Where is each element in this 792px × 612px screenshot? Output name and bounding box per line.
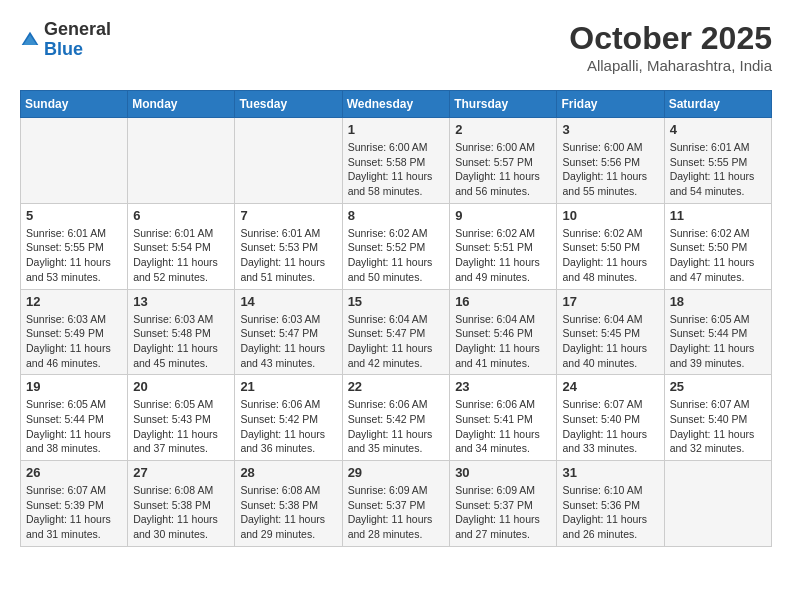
cell-info: Sunrise: 6:00 AM Sunset: 5:58 PM Dayligh… — [348, 140, 445, 199]
cell-info: Sunrise: 6:09 AM Sunset: 5:37 PM Dayligh… — [348, 483, 445, 542]
calendar-table: SundayMondayTuesdayWednesdayThursdayFrid… — [20, 90, 772, 547]
calendar-cell: 16Sunrise: 6:04 AM Sunset: 5:46 PM Dayli… — [450, 289, 557, 375]
calendar-cell: 14Sunrise: 6:03 AM Sunset: 5:47 PM Dayli… — [235, 289, 342, 375]
day-number: 14 — [240, 294, 336, 309]
cell-info: Sunrise: 6:03 AM Sunset: 5:47 PM Dayligh… — [240, 312, 336, 371]
calendar-cell: 6Sunrise: 6:01 AM Sunset: 5:54 PM Daylig… — [128, 203, 235, 289]
calendar-cell: 4Sunrise: 6:01 AM Sunset: 5:55 PM Daylig… — [664, 118, 771, 204]
day-number: 6 — [133, 208, 229, 223]
weekday-header: Tuesday — [235, 91, 342, 118]
day-number: 4 — [670, 122, 766, 137]
day-number: 18 — [670, 294, 766, 309]
page-header: General Blue October 2025 Allapalli, Mah… — [20, 20, 772, 74]
calendar-cell: 5Sunrise: 6:01 AM Sunset: 5:55 PM Daylig… — [21, 203, 128, 289]
day-number: 12 — [26, 294, 122, 309]
cell-info: Sunrise: 6:02 AM Sunset: 5:51 PM Dayligh… — [455, 226, 551, 285]
day-number: 23 — [455, 379, 551, 394]
calendar-week-row: 5Sunrise: 6:01 AM Sunset: 5:55 PM Daylig… — [21, 203, 772, 289]
cell-info: Sunrise: 6:03 AM Sunset: 5:49 PM Dayligh… — [26, 312, 122, 371]
calendar-cell: 31Sunrise: 6:10 AM Sunset: 5:36 PM Dayli… — [557, 461, 664, 547]
cell-info: Sunrise: 6:01 AM Sunset: 5:55 PM Dayligh… — [26, 226, 122, 285]
day-number: 30 — [455, 465, 551, 480]
day-number: 1 — [348, 122, 445, 137]
logo-icon — [20, 30, 40, 50]
calendar-week-row: 26Sunrise: 6:07 AM Sunset: 5:39 PM Dayli… — [21, 461, 772, 547]
cell-info: Sunrise: 6:07 AM Sunset: 5:40 PM Dayligh… — [562, 397, 658, 456]
weekday-header-row: SundayMondayTuesdayWednesdayThursdayFrid… — [21, 91, 772, 118]
calendar-cell: 30Sunrise: 6:09 AM Sunset: 5:37 PM Dayli… — [450, 461, 557, 547]
logo: General Blue — [20, 20, 111, 60]
calendar-cell: 26Sunrise: 6:07 AM Sunset: 5:39 PM Dayli… — [21, 461, 128, 547]
calendar-cell: 7Sunrise: 6:01 AM Sunset: 5:53 PM Daylig… — [235, 203, 342, 289]
cell-info: Sunrise: 6:04 AM Sunset: 5:45 PM Dayligh… — [562, 312, 658, 371]
cell-info: Sunrise: 6:08 AM Sunset: 5:38 PM Dayligh… — [133, 483, 229, 542]
calendar-cell: 28Sunrise: 6:08 AM Sunset: 5:38 PM Dayli… — [235, 461, 342, 547]
calendar-cell: 9Sunrise: 6:02 AM Sunset: 5:51 PM Daylig… — [450, 203, 557, 289]
cell-info: Sunrise: 6:04 AM Sunset: 5:47 PM Dayligh… — [348, 312, 445, 371]
day-number: 20 — [133, 379, 229, 394]
day-number: 15 — [348, 294, 445, 309]
cell-info: Sunrise: 6:01 AM Sunset: 5:55 PM Dayligh… — [670, 140, 766, 199]
logo-blue-text: Blue — [44, 39, 83, 59]
cell-info: Sunrise: 6:04 AM Sunset: 5:46 PM Dayligh… — [455, 312, 551, 371]
weekday-header: Sunday — [21, 91, 128, 118]
cell-info: Sunrise: 6:05 AM Sunset: 5:44 PM Dayligh… — [26, 397, 122, 456]
day-number: 5 — [26, 208, 122, 223]
weekday-header: Friday — [557, 91, 664, 118]
calendar-cell: 13Sunrise: 6:03 AM Sunset: 5:48 PM Dayli… — [128, 289, 235, 375]
cell-info: Sunrise: 6:01 AM Sunset: 5:53 PM Dayligh… — [240, 226, 336, 285]
calendar-cell: 2Sunrise: 6:00 AM Sunset: 5:57 PM Daylig… — [450, 118, 557, 204]
calendar-cell: 11Sunrise: 6:02 AM Sunset: 5:50 PM Dayli… — [664, 203, 771, 289]
calendar-cell: 25Sunrise: 6:07 AM Sunset: 5:40 PM Dayli… — [664, 375, 771, 461]
cell-info: Sunrise: 6:02 AM Sunset: 5:50 PM Dayligh… — [562, 226, 658, 285]
cell-info: Sunrise: 6:00 AM Sunset: 5:57 PM Dayligh… — [455, 140, 551, 199]
day-number: 10 — [562, 208, 658, 223]
calendar-cell: 10Sunrise: 6:02 AM Sunset: 5:50 PM Dayli… — [557, 203, 664, 289]
cell-info: Sunrise: 6:03 AM Sunset: 5:48 PM Dayligh… — [133, 312, 229, 371]
calendar-cell: 27Sunrise: 6:08 AM Sunset: 5:38 PM Dayli… — [128, 461, 235, 547]
day-number: 26 — [26, 465, 122, 480]
calendar-cell: 1Sunrise: 6:00 AM Sunset: 5:58 PM Daylig… — [342, 118, 450, 204]
calendar-cell: 12Sunrise: 6:03 AM Sunset: 5:49 PM Dayli… — [21, 289, 128, 375]
calendar-cell: 24Sunrise: 6:07 AM Sunset: 5:40 PM Dayli… — [557, 375, 664, 461]
cell-info: Sunrise: 6:05 AM Sunset: 5:43 PM Dayligh… — [133, 397, 229, 456]
cell-info: Sunrise: 6:08 AM Sunset: 5:38 PM Dayligh… — [240, 483, 336, 542]
cell-info: Sunrise: 6:02 AM Sunset: 5:50 PM Dayligh… — [670, 226, 766, 285]
day-number: 7 — [240, 208, 336, 223]
cell-info: Sunrise: 6:00 AM Sunset: 5:56 PM Dayligh… — [562, 140, 658, 199]
cell-info: Sunrise: 6:10 AM Sunset: 5:36 PM Dayligh… — [562, 483, 658, 542]
day-number: 2 — [455, 122, 551, 137]
weekday-header: Saturday — [664, 91, 771, 118]
month-title: October 2025 — [569, 20, 772, 57]
cell-info: Sunrise: 6:06 AM Sunset: 5:42 PM Dayligh… — [348, 397, 445, 456]
day-number: 16 — [455, 294, 551, 309]
cell-info: Sunrise: 6:07 AM Sunset: 5:39 PM Dayligh… — [26, 483, 122, 542]
day-number: 31 — [562, 465, 658, 480]
day-number: 29 — [348, 465, 445, 480]
cell-info: Sunrise: 6:09 AM Sunset: 5:37 PM Dayligh… — [455, 483, 551, 542]
calendar-cell: 23Sunrise: 6:06 AM Sunset: 5:41 PM Dayli… — [450, 375, 557, 461]
cell-info: Sunrise: 6:05 AM Sunset: 5:44 PM Dayligh… — [670, 312, 766, 371]
cell-info: Sunrise: 6:07 AM Sunset: 5:40 PM Dayligh… — [670, 397, 766, 456]
day-number: 27 — [133, 465, 229, 480]
day-number: 21 — [240, 379, 336, 394]
calendar-cell: 20Sunrise: 6:05 AM Sunset: 5:43 PM Dayli… — [128, 375, 235, 461]
weekday-header: Monday — [128, 91, 235, 118]
calendar-cell: 18Sunrise: 6:05 AM Sunset: 5:44 PM Dayli… — [664, 289, 771, 375]
calendar-cell: 17Sunrise: 6:04 AM Sunset: 5:45 PM Dayli… — [557, 289, 664, 375]
calendar-cell: 22Sunrise: 6:06 AM Sunset: 5:42 PM Dayli… — [342, 375, 450, 461]
day-number: 22 — [348, 379, 445, 394]
day-number: 8 — [348, 208, 445, 223]
day-number: 9 — [455, 208, 551, 223]
logo-general-text: General — [44, 19, 111, 39]
calendar-cell: 3Sunrise: 6:00 AM Sunset: 5:56 PM Daylig… — [557, 118, 664, 204]
day-number: 17 — [562, 294, 658, 309]
calendar-week-row: 12Sunrise: 6:03 AM Sunset: 5:49 PM Dayli… — [21, 289, 772, 375]
cell-info: Sunrise: 6:01 AM Sunset: 5:54 PM Dayligh… — [133, 226, 229, 285]
cell-info: Sunrise: 6:06 AM Sunset: 5:42 PM Dayligh… — [240, 397, 336, 456]
day-number: 28 — [240, 465, 336, 480]
day-number: 19 — [26, 379, 122, 394]
calendar-cell — [21, 118, 128, 204]
calendar-cell: 15Sunrise: 6:04 AM Sunset: 5:47 PM Dayli… — [342, 289, 450, 375]
day-number: 25 — [670, 379, 766, 394]
